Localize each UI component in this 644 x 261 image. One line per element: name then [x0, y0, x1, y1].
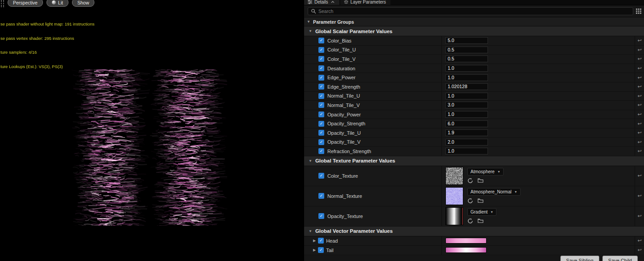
parameter-name: Color_Tile_U — [327, 47, 356, 52]
parameter-name: Desaturation — [327, 66, 355, 71]
parameter-value-input[interactable]: 1.9 — [445, 129, 488, 136]
collapse-arrow-icon[interactable]: ▼ — [309, 29, 312, 33]
parameter-value-input[interactable]: 1.0 — [445, 65, 488, 72]
parameter-value-input[interactable]: 1.0 — [445, 148, 488, 154]
parameter-enabled-checkbox[interactable] — [318, 56, 324, 62]
parameter-enabled-checkbox[interactable] — [318, 38, 324, 43]
save-child-button[interactable]: Save Child — [602, 256, 638, 261]
color-swatch[interactable] — [445, 247, 487, 253]
reset-to-default-icon[interactable]: ↩ — [637, 84, 641, 90]
details-panel: Details Layer Parameters Search — [303, 0, 644, 261]
material-preview — [69, 69, 227, 226]
parameter-enabled-checkbox[interactable] — [318, 193, 324, 199]
lit-button[interactable]: Lit — [47, 0, 68, 7]
stats-line: ture samplers: 4/16 — [0, 50, 94, 55]
parameter-enabled-checkbox[interactable] — [318, 111, 324, 117]
tab-details[interactable]: Details — [304, 0, 339, 5]
parameter-enabled-checkbox[interactable] — [318, 84, 324, 90]
use-selected-asset-icon[interactable] — [467, 178, 473, 184]
reset-to-default-icon[interactable]: ↩ — [637, 238, 641, 244]
perspective-button[interactable]: Perspective — [8, 0, 43, 7]
reset-to-default-icon[interactable]: ↩ — [637, 173, 641, 179]
parameter-enabled-checkbox[interactable] — [318, 213, 324, 219]
search-input[interactable]: Search — [308, 7, 633, 15]
parameter-value-input[interactable]: 5.0 — [445, 37, 488, 44]
reset-to-default-icon[interactable]: ↩ — [637, 65, 641, 71]
reset-to-default-icon[interactable]: ↩ — [637, 56, 641, 62]
show-button[interactable]: Show — [72, 0, 94, 7]
parameter-enabled-checkbox[interactable] — [318, 139, 324, 145]
reset-to-default-icon[interactable]: ↩ — [637, 121, 641, 127]
category-global-vector[interactable]: ▼ Global Vector Parameter Values — [304, 227, 644, 236]
texture-thumbnail[interactable] — [445, 207, 463, 225]
expand-arrow-icon[interactable]: ▶ — [313, 239, 316, 243]
parameter-enabled-checkbox[interactable] — [318, 121, 324, 127]
panel-tabbar: Details Layer Parameters — [304, 0, 644, 5]
parameter-value-input[interactable]: 1.0 — [445, 111, 488, 118]
reset-to-default-icon[interactable]: ↩ — [637, 247, 641, 253]
viewport-toolbar: Perspective Lit Show — [0, 0, 94, 7]
asset-dropdown[interactable]: Gradient ▼ — [467, 208, 496, 216]
collapse-arrow-icon[interactable]: ▼ — [307, 20, 310, 24]
parameter-enabled-checkbox[interactable] — [318, 75, 324, 81]
collapse-arrow-icon[interactable]: ▼ — [309, 229, 312, 233]
asset-dropdown[interactable]: Atmosphere ▼ — [467, 168, 504, 175]
parameter-enabled-checkbox[interactable] — [318, 130, 324, 136]
use-selected-asset-icon[interactable] — [467, 198, 473, 204]
parameter-enabled-checkbox[interactable] — [318, 102, 324, 108]
chevron-down-icon: ▼ — [497, 170, 500, 173]
texture-thumbnail[interactable] — [445, 187, 463, 205]
save-sibling-button[interactable]: Save Sibling — [560, 256, 599, 261]
viewport[interactable]: Perspective Lit Show se pass shader with… — [0, 0, 303, 261]
use-selected-asset-icon[interactable] — [467, 218, 473, 224]
scalar-parameter-row: Desaturation 1.0 ↩ — [304, 64, 644, 73]
reset-to-default-icon[interactable]: ↩ — [637, 148, 641, 154]
asset-dropdown[interactable]: Atmosphere_Normal ▼ — [467, 188, 521, 196]
parameter-value-input[interactable]: 3.0 — [445, 102, 488, 108]
reset-to-default-icon[interactable]: ↩ — [637, 75, 641, 81]
shader-stats: se pass shader without light map: 191 in… — [0, 13, 94, 78]
reset-to-default-icon[interactable]: ↩ — [637, 93, 641, 99]
parameter-value-input[interactable]: 1.0 — [445, 74, 488, 81]
reset-to-default-icon[interactable]: ↩ — [637, 102, 641, 108]
stats-line: se pass vertex shader: 295 instructions — [0, 36, 94, 41]
tab-layer-parameters[interactable]: Layer Parameters — [340, 0, 390, 5]
parameter-enabled-checkbox[interactable] — [318, 148, 324, 154]
parameter-value-input[interactable]: 2.0 — [445, 139, 488, 145]
color-swatch[interactable] — [445, 238, 487, 244]
parameter-value-input[interactable]: 0.5 — [445, 56, 488, 62]
parameter-enabled-checkbox[interactable] — [318, 47, 324, 53]
parameter-enabled-checkbox[interactable] — [318, 65, 324, 71]
parameter-value-input[interactable]: 1.020128 — [445, 83, 488, 90]
lit-sphere-icon — [52, 0, 56, 4]
browse-to-asset-icon[interactable] — [478, 178, 483, 184]
parameter-value-input[interactable]: 0.5 — [445, 47, 488, 53]
browse-to-asset-icon[interactable] — [478, 218, 483, 224]
reset-to-default-icon[interactable]: ↩ — [637, 47, 641, 53]
category-global-texture[interactable]: ▼ Global Texture Parameter Values — [304, 156, 644, 166]
reset-to-default-icon[interactable]: ↩ — [637, 139, 641, 145]
texture-thumbnail[interactable] — [445, 167, 463, 185]
reset-to-default-icon[interactable]: ↩ — [637, 193, 641, 199]
reset-to-default-icon[interactable]: ↩ — [637, 213, 641, 219]
collapse-arrow-icon[interactable]: ▼ — [309, 159, 312, 163]
details-icon — [308, 0, 312, 4]
scalar-parameter-row: Normal_Tile_U 1.0 ↩ — [304, 92, 644, 101]
parameter-value-input[interactable]: 6.0 — [445, 120, 488, 127]
expand-arrow-icon[interactable]: ▶ — [313, 248, 316, 252]
category-global-scalar[interactable]: ▼ Global Scalar Parameter Values — [304, 26, 644, 36]
reset-to-default-icon[interactable]: ↩ — [637, 111, 641, 117]
parameter-enabled-checkbox[interactable] — [318, 173, 324, 179]
scalar-parameter-row: Opacity_Tile_U 1.9 ↩ — [304, 128, 644, 138]
parameter-enabled-checkbox[interactable] — [318, 93, 324, 99]
reset-to-default-icon[interactable]: ↩ — [637, 38, 641, 43]
parameter-value-input[interactable]: 1.0 — [445, 93, 488, 99]
parameter-enabled-checkbox[interactable] — [318, 247, 324, 253]
parameter-groups-header[interactable]: ▼ Parameter Groups — [304, 17, 644, 26]
view-options-grid-icon[interactable] — [636, 9, 641, 14]
reset-to-default-icon[interactable]: ↩ — [637, 130, 641, 136]
search-row: Search — [304, 5, 644, 17]
parameter-enabled-checkbox[interactable] — [318, 238, 324, 244]
browse-to-asset-icon[interactable] — [478, 198, 483, 204]
chevron-up-icon[interactable] — [330, 0, 335, 4]
